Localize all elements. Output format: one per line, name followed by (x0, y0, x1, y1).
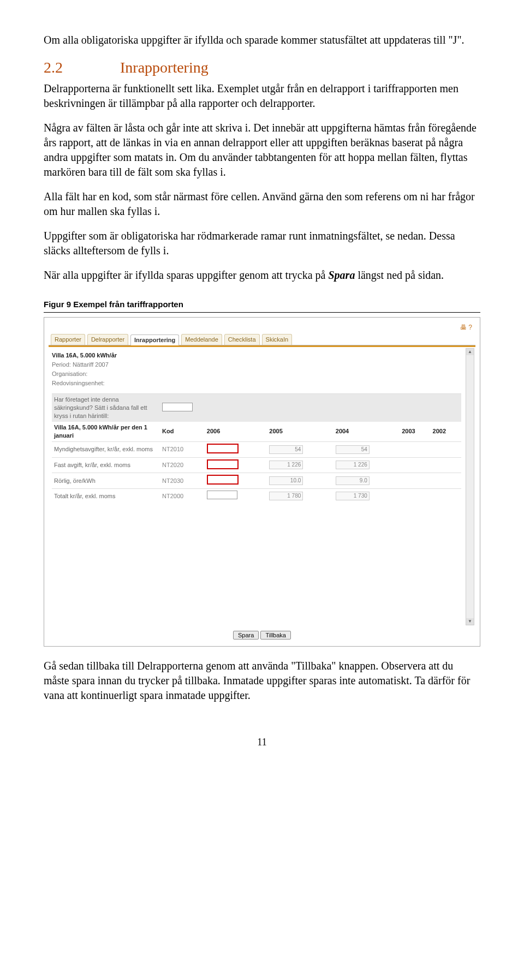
text-run: När alla uppgifter är ifyllda sparas upp… (44, 269, 328, 281)
row-label: Fast avgift, kr/år, exkl. moms (52, 457, 160, 473)
tab-checklista[interactable]: Checklista (224, 334, 260, 345)
save-button[interactable]: Spara (233, 631, 259, 640)
table-row: Totalt kr/år, exkl. moms NT2000 1 780 1 … (52, 489, 461, 503)
page-number: 11 (44, 736, 480, 749)
table-row: Myndighetsavgifter, kr/år, exkl. moms NT… (52, 441, 461, 457)
question-text: Har företaget inte denna säkringskund? S… (52, 394, 160, 422)
value-2005: 10.0 (269, 476, 303, 485)
row-label: Totalt kr/år, exkl. moms (52, 489, 160, 503)
scrollbar[interactable]: ▲ ▼ (466, 348, 474, 625)
value-2004: 1 226 (336, 461, 370, 469)
table-row: Rörlig, öre/kWh NT2030 10.0 9.0 (52, 473, 461, 489)
figure-rule (44, 312, 480, 313)
value-2004: 9.0 (336, 476, 370, 485)
text-run: längst ned på sidan. (355, 269, 444, 281)
scroll-up-icon[interactable]: ▲ (466, 349, 474, 355)
text-emphasis: Spara (328, 269, 355, 281)
question-checkbox[interactable] (162, 403, 193, 411)
value-2005: 54 (269, 445, 303, 454)
row-label: Myndighetsavgifter, kr/år, exkl. moms (52, 441, 160, 457)
question-row: Har företaget inte denna säkringskund? S… (52, 394, 461, 422)
report-meta: Redovisningsenhet: (52, 379, 472, 387)
subheading: Villa 16A, 5.000 kWh/år per den 1 januar… (52, 422, 160, 441)
row-kod: NT2030 (160, 473, 205, 489)
value-2004: 54 (336, 445, 370, 454)
col-kod: Kod (160, 422, 205, 441)
tab-bar: Rapporter Delrapporter Inrapportering Me… (49, 334, 475, 345)
table-header-row: Villa 16A, 5.000 kWh/år per den 1 januar… (52, 422, 461, 441)
report-meta: Period: Nättariff 2007 (52, 361, 472, 369)
paragraph: Gå sedan tillbaka till Delrapporterna ge… (44, 659, 480, 703)
section-number: 2.2 (44, 57, 120, 78)
button-bar: Spara Tillbaka (49, 626, 475, 642)
report-panel: ▲ ▼ Villa 16A, 5.000 kWh/år Period: Nätt… (49, 345, 475, 626)
row-label: Rörlig, öre/kWh (52, 473, 160, 489)
print-icon[interactable]: 🖶 (460, 324, 467, 331)
value-2005: 1 226 (269, 461, 303, 469)
input-2006[interactable] (207, 459, 239, 469)
tab-rapporter[interactable]: Rapporter (51, 334, 85, 345)
paragraph: När alla uppgifter är ifyllda sparas upp… (44, 268, 480, 283)
input-2006[interactable] (207, 444, 239, 453)
input-2006[interactable] (207, 475, 239, 485)
help-icon[interactable]: ? (468, 324, 472, 331)
input-2006[interactable] (207, 491, 237, 499)
screenshot-figure: 🖶 ? Rapporter Delrapporter Inrapporterin… (44, 317, 480, 647)
figure-caption: Figur 9 Exempel från tariffrapporten (44, 299, 480, 310)
section-title: Inrapportering (120, 57, 209, 78)
tab-delrapporter[interactable]: Delrapporter (87, 334, 128, 345)
tab-meddelande[interactable]: Meddelande (181, 334, 222, 345)
row-kod: NT2020 (160, 457, 205, 473)
value-2004: 1 730 (336, 492, 370, 500)
col-2004: 2004 (334, 422, 400, 441)
paragraph: Delrapporterna är funktionellt sett lika… (44, 81, 480, 111)
col-2003: 2003 (400, 422, 430, 441)
back-button[interactable]: Tillbaka (260, 631, 291, 640)
col-2005: 2005 (267, 422, 333, 441)
report-table: Har företaget inte denna säkringskund? S… (52, 393, 461, 503)
tab-inrapportering[interactable]: Inrapportering (130, 334, 179, 345)
scroll-down-icon[interactable]: ▼ (466, 618, 474, 625)
section-heading: 2.2 Inrapportering (44, 57, 480, 78)
paragraph: Uppgifter som är obligatoriska har rödma… (44, 229, 480, 258)
col-2006: 2006 (205, 422, 267, 441)
col-2002: 2002 (431, 422, 461, 441)
report-meta: Organisation: (52, 370, 472, 378)
tab-skickain[interactable]: SkickaIn (262, 334, 293, 345)
row-kod: NT2000 (160, 489, 205, 503)
row-kod: NT2010 (160, 441, 205, 457)
paragraph: Alla fält har en kod, som står närmast f… (44, 189, 480, 219)
value-2005: 1 780 (269, 492, 303, 500)
toolbar-icons: 🖶 ? (49, 321, 475, 334)
paragraph: Några av fälten är låsta och går inte at… (44, 121, 480, 180)
report-title: Villa 16A, 5.000 kWh/år (52, 351, 472, 360)
paragraph: Om alla obligatoriska uppgifter är ifyll… (44, 33, 480, 47)
table-row: Fast avgift, kr/år, exkl. moms NT2020 1 … (52, 457, 461, 473)
